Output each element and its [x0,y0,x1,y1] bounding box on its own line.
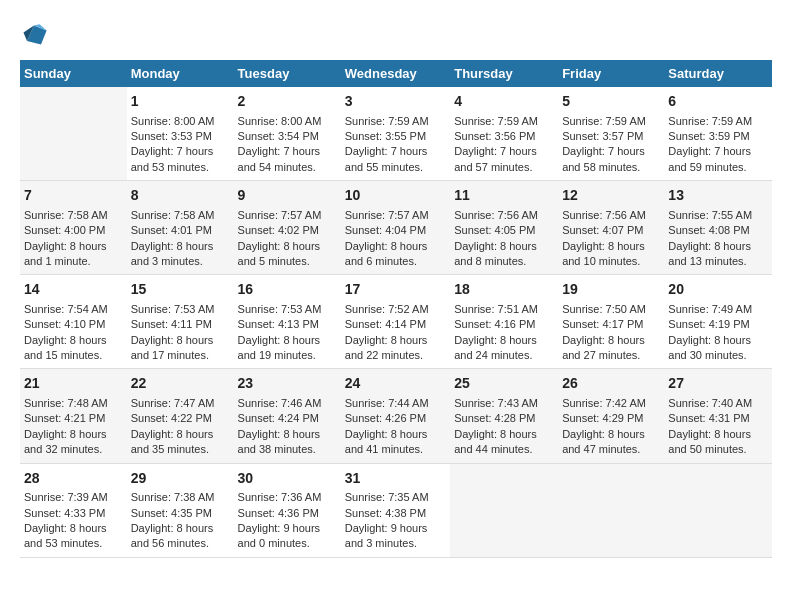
date-number: 2 [238,92,337,112]
calendar-header: SundayMondayTuesdayWednesdayThursdayFrid… [20,60,772,87]
weekday-header-saturday: Saturday [664,60,772,87]
day-info: Sunrise: 7:59 AMSunset: 3:59 PMDaylight:… [668,114,768,176]
weekday-header-friday: Friday [558,60,664,87]
calendar-cell: 14Sunrise: 7:54 AMSunset: 4:10 PMDayligh… [20,275,127,369]
day-info: Sunrise: 7:35 AMSunset: 4:38 PMDaylight:… [345,490,446,552]
calendar-body: 1Sunrise: 8:00 AMSunset: 3:53 PMDaylight… [20,87,772,557]
day-info: Sunrise: 7:42 AMSunset: 4:29 PMDaylight:… [562,396,660,458]
date-number: 27 [668,374,768,394]
day-info: Sunrise: 7:56 AMSunset: 4:07 PMDaylight:… [562,208,660,270]
calendar-cell: 29Sunrise: 7:38 AMSunset: 4:35 PMDayligh… [127,463,234,557]
calendar-cell: 13Sunrise: 7:55 AMSunset: 4:08 PMDayligh… [664,181,772,275]
calendar-cell: 4Sunrise: 7:59 AMSunset: 3:56 PMDaylight… [450,87,558,181]
calendar-cell [20,87,127,181]
date-number: 22 [131,374,230,394]
calendar-cell: 1Sunrise: 8:00 AMSunset: 3:53 PMDaylight… [127,87,234,181]
calendar-cell: 28Sunrise: 7:39 AMSunset: 4:33 PMDayligh… [20,463,127,557]
calendar-cell: 7Sunrise: 7:58 AMSunset: 4:00 PMDaylight… [20,181,127,275]
date-number: 10 [345,186,446,206]
day-info: Sunrise: 7:58 AMSunset: 4:00 PMDaylight:… [24,208,123,270]
calendar-cell [558,463,664,557]
day-info: Sunrise: 7:43 AMSunset: 4:28 PMDaylight:… [454,396,554,458]
calendar-cell: 11Sunrise: 7:56 AMSunset: 4:05 PMDayligh… [450,181,558,275]
date-number: 20 [668,280,768,300]
calendar-cell: 22Sunrise: 7:47 AMSunset: 4:22 PMDayligh… [127,369,234,463]
calendar-week-row: 7Sunrise: 7:58 AMSunset: 4:00 PMDaylight… [20,181,772,275]
day-info: Sunrise: 7:56 AMSunset: 4:05 PMDaylight:… [454,208,554,270]
calendar-cell: 15Sunrise: 7:53 AMSunset: 4:11 PMDayligh… [127,275,234,369]
calendar-cell [664,463,772,557]
calendar-cell: 24Sunrise: 7:44 AMSunset: 4:26 PMDayligh… [341,369,450,463]
calendar-week-row: 1Sunrise: 8:00 AMSunset: 3:53 PMDaylight… [20,87,772,181]
calendar-cell: 27Sunrise: 7:40 AMSunset: 4:31 PMDayligh… [664,369,772,463]
calendar-cell: 10Sunrise: 7:57 AMSunset: 4:04 PMDayligh… [341,181,450,275]
date-number: 24 [345,374,446,394]
calendar-cell: 12Sunrise: 7:56 AMSunset: 4:07 PMDayligh… [558,181,664,275]
date-number: 13 [668,186,768,206]
day-info: Sunrise: 7:53 AMSunset: 4:13 PMDaylight:… [238,302,337,364]
day-info: Sunrise: 7:59 AMSunset: 3:55 PMDaylight:… [345,114,446,176]
calendar-week-row: 21Sunrise: 7:48 AMSunset: 4:21 PMDayligh… [20,369,772,463]
day-info: Sunrise: 7:52 AMSunset: 4:14 PMDaylight:… [345,302,446,364]
calendar-cell: 20Sunrise: 7:49 AMSunset: 4:19 PMDayligh… [664,275,772,369]
calendar-cell: 6Sunrise: 7:59 AMSunset: 3:59 PMDaylight… [664,87,772,181]
calendar-cell: 30Sunrise: 7:36 AMSunset: 4:36 PMDayligh… [234,463,341,557]
calendar-cell: 16Sunrise: 7:53 AMSunset: 4:13 PMDayligh… [234,275,341,369]
weekday-header-monday: Monday [127,60,234,87]
day-info: Sunrise: 7:38 AMSunset: 4:35 PMDaylight:… [131,490,230,552]
day-info: Sunrise: 7:54 AMSunset: 4:10 PMDaylight:… [24,302,123,364]
date-number: 28 [24,469,123,489]
day-info: Sunrise: 7:39 AMSunset: 4:33 PMDaylight:… [24,490,123,552]
day-info: Sunrise: 7:46 AMSunset: 4:24 PMDaylight:… [238,396,337,458]
date-number: 19 [562,280,660,300]
day-info: Sunrise: 8:00 AMSunset: 3:54 PMDaylight:… [238,114,337,176]
calendar-cell: 26Sunrise: 7:42 AMSunset: 4:29 PMDayligh… [558,369,664,463]
calendar-cell: 23Sunrise: 7:46 AMSunset: 4:24 PMDayligh… [234,369,341,463]
date-number: 26 [562,374,660,394]
date-number: 8 [131,186,230,206]
calendar-cell: 19Sunrise: 7:50 AMSunset: 4:17 PMDayligh… [558,275,664,369]
date-number: 18 [454,280,554,300]
date-number: 11 [454,186,554,206]
date-number: 30 [238,469,337,489]
day-info: Sunrise: 8:00 AMSunset: 3:53 PMDaylight:… [131,114,230,176]
day-info: Sunrise: 7:58 AMSunset: 4:01 PMDaylight:… [131,208,230,270]
calendar-cell: 3Sunrise: 7:59 AMSunset: 3:55 PMDaylight… [341,87,450,181]
day-info: Sunrise: 7:59 AMSunset: 3:56 PMDaylight:… [454,114,554,176]
logo [20,20,50,48]
day-info: Sunrise: 7:57 AMSunset: 4:04 PMDaylight:… [345,208,446,270]
date-number: 29 [131,469,230,489]
calendar-cell: 5Sunrise: 7:59 AMSunset: 3:57 PMDaylight… [558,87,664,181]
date-number: 3 [345,92,446,112]
weekday-header-thursday: Thursday [450,60,558,87]
date-number: 7 [24,186,123,206]
day-info: Sunrise: 7:48 AMSunset: 4:21 PMDaylight:… [24,396,123,458]
day-info: Sunrise: 7:50 AMSunset: 4:17 PMDaylight:… [562,302,660,364]
calendar-cell: 17Sunrise: 7:52 AMSunset: 4:14 PMDayligh… [341,275,450,369]
day-info: Sunrise: 7:40 AMSunset: 4:31 PMDaylight:… [668,396,768,458]
date-number: 31 [345,469,446,489]
day-info: Sunrise: 7:55 AMSunset: 4:08 PMDaylight:… [668,208,768,270]
date-number: 17 [345,280,446,300]
weekday-header-sunday: Sunday [20,60,127,87]
calendar-cell: 2Sunrise: 8:00 AMSunset: 3:54 PMDaylight… [234,87,341,181]
weekday-header-row: SundayMondayTuesdayWednesdayThursdayFrid… [20,60,772,87]
day-info: Sunrise: 7:36 AMSunset: 4:36 PMDaylight:… [238,490,337,552]
page-header [20,20,772,48]
date-number: 14 [24,280,123,300]
date-number: 12 [562,186,660,206]
calendar-cell: 31Sunrise: 7:35 AMSunset: 4:38 PMDayligh… [341,463,450,557]
day-info: Sunrise: 7:44 AMSunset: 4:26 PMDaylight:… [345,396,446,458]
day-info: Sunrise: 7:49 AMSunset: 4:19 PMDaylight:… [668,302,768,364]
date-number: 15 [131,280,230,300]
date-number: 16 [238,280,337,300]
calendar-week-row: 28Sunrise: 7:39 AMSunset: 4:33 PMDayligh… [20,463,772,557]
date-number: 6 [668,92,768,112]
date-number: 9 [238,186,337,206]
calendar-cell: 8Sunrise: 7:58 AMSunset: 4:01 PMDaylight… [127,181,234,275]
day-info: Sunrise: 7:57 AMSunset: 4:02 PMDaylight:… [238,208,337,270]
calendar-cell: 25Sunrise: 7:43 AMSunset: 4:28 PMDayligh… [450,369,558,463]
weekday-header-tuesday: Tuesday [234,60,341,87]
calendar-cell: 18Sunrise: 7:51 AMSunset: 4:16 PMDayligh… [450,275,558,369]
weekday-header-wednesday: Wednesday [341,60,450,87]
